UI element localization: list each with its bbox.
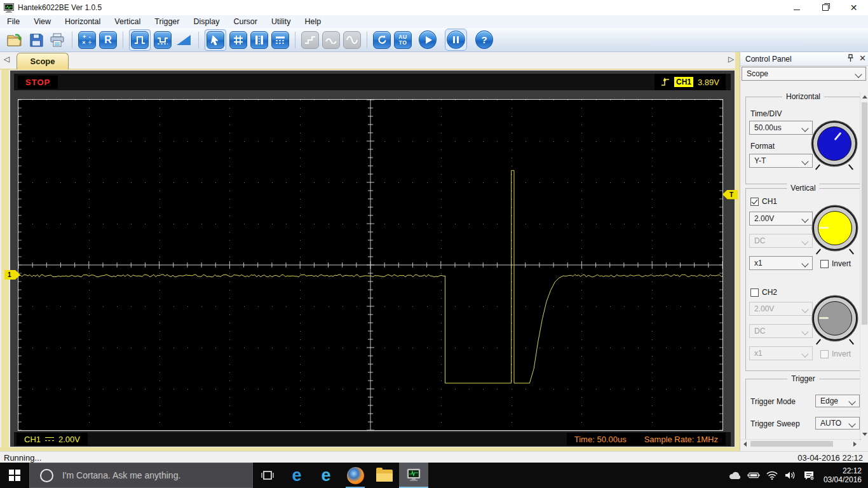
panel-close-icon[interactable]: ✕ <box>859 54 866 62</box>
restore-button[interactable] <box>811 0 839 15</box>
math-button[interactable]: + -× ÷ <box>78 31 96 49</box>
auto-button[interactable]: AUTO <box>394 31 412 49</box>
vertical-cursor-button[interactable] <box>250 31 268 49</box>
close-button[interactable]: ✕ <box>839 0 868 15</box>
timediv-select[interactable]: 50.00us <box>749 121 813 135</box>
hantek-taskbar-button[interactable] <box>399 463 428 488</box>
task-view-button[interactable] <box>253 463 282 488</box>
pause-button[interactable] <box>447 30 465 49</box>
wifi-icon[interactable] <box>766 471 778 480</box>
chevron-down-icon <box>801 158 808 165</box>
panel-mode-select[interactable]: Scope <box>742 67 866 81</box>
right-margin-strip <box>735 52 740 447</box>
action-center-icon[interactable] <box>803 470 815 480</box>
menu-help[interactable]: Help <box>298 15 329 28</box>
start-button[interactable] <box>0 463 29 488</box>
taskbar-clock[interactable]: 22:12 03/04/2016 <box>824 466 862 484</box>
horizontal-position-knob[interactable] <box>812 121 857 166</box>
edge-taskbar-button[interactable]: e <box>282 463 311 488</box>
tab-scroll-right-icon[interactable]: ▷ <box>728 55 734 64</box>
ch1-position-knob[interactable] <box>813 206 857 250</box>
pin-icon[interactable] <box>847 54 854 62</box>
menu-utility[interactable]: Utility <box>264 15 298 28</box>
format-select[interactable]: Y-T <box>749 154 813 168</box>
refresh-icon <box>377 34 388 45</box>
trigger-mode-label: Trigger Mode <box>750 397 796 406</box>
tab-scroll-left-icon[interactable]: ◁ <box>4 55 10 64</box>
pause-button-selected <box>445 29 467 51</box>
print-button[interactable] <box>48 31 66 49</box>
chevron-down-icon <box>848 420 855 427</box>
toolbar: + -× ÷ R <box>0 28 868 52</box>
cursor-select-button[interactable] <box>207 31 224 49</box>
save-button[interactable] <box>27 31 45 49</box>
start-button[interactable] <box>419 31 437 49</box>
reference-button[interactable]: R <box>99 31 117 49</box>
scope-bottom-bar: CH1 2.00V Time: 50.00us Sample Rate: 1MH… <box>14 432 731 446</box>
menu-file[interactable]: File <box>0 15 27 28</box>
ch1-volts-select[interactable]: 2.00V <box>749 212 813 226</box>
scroll-down-icon[interactable] <box>862 433 867 436</box>
channel2-wave-button[interactable] <box>154 31 172 49</box>
smooth-wave-icon <box>325 36 337 44</box>
scroll-left-icon[interactable] <box>743 442 747 447</box>
menu-display[interactable]: Display <box>186 15 226 28</box>
control-panel: Control Panel ✕ Scope Horizontal Time/DI… <box>740 52 868 451</box>
step-wave-icon <box>304 36 316 44</box>
toolbar-separator <box>72 32 72 48</box>
channel1-wave-button[interactable] <box>131 31 149 49</box>
ch2-invert-checkbox <box>820 350 829 358</box>
ch1-probe-select[interactable]: x1 <box>749 256 813 270</box>
ramp-button[interactable] <box>175 31 193 49</box>
volume-icon[interactable] <box>784 471 797 480</box>
ch2-probe-select: x1 <box>749 346 813 360</box>
scrollbar-thumb[interactable] <box>862 102 867 325</box>
horizontal-cursor-button[interactable] <box>271 31 289 49</box>
menu-horizontal[interactable]: Horizontal <box>58 15 107 28</box>
scroll-right-icon[interactable] <box>853 442 857 447</box>
grid-button[interactable] <box>229 31 247 49</box>
internet-explorer-taskbar-button[interactable]: e <box>311 463 341 488</box>
status-bar: Running... 03-04-2016 22:12 <box>0 451 868 463</box>
tab-strip: ◁ Scope ▷ <box>0 52 740 70</box>
control-panel-header: Control Panel ✕ <box>740 52 868 66</box>
trigger-sweep-select[interactable]: AUTO <box>815 417 860 430</box>
ch1-invert-label: Invert <box>832 259 851 268</box>
scrollbar-thumb[interactable] <box>750 441 833 447</box>
time-per-div: Time: 50.00us <box>574 435 627 444</box>
smooth-wave-button <box>322 31 340 49</box>
hantek-app-icon <box>406 468 421 483</box>
clock-date: 03/04/2016 <box>824 475 862 484</box>
onedrive-cloud-icon[interactable] <box>729 471 742 480</box>
grid-icon <box>233 35 243 45</box>
square-wave2-icon <box>157 36 168 44</box>
battery-icon[interactable] <box>747 471 760 479</box>
panel-horizontal-scrollbar[interactable] <box>740 439 860 448</box>
horizontal-cursors-icon <box>275 35 285 45</box>
open-button[interactable] <box>6 31 24 49</box>
menu-vertical[interactable]: Vertical <box>107 15 147 28</box>
menu-cursor[interactable]: Cursor <box>226 15 264 28</box>
ch1-checkbox[interactable] <box>750 198 759 206</box>
ch2-checkbox[interactable] <box>750 288 759 297</box>
file-explorer-taskbar-button[interactable] <box>370 463 399 488</box>
firefox-taskbar-button[interactable] <box>341 463 370 488</box>
scroll-up-icon[interactable] <box>862 95 867 98</box>
tab-scope[interactable]: Scope <box>17 53 69 69</box>
minimize-button[interactable] <box>782 0 811 15</box>
ch1-invert-checkbox[interactable] <box>820 260 829 268</box>
window-controls: ✕ <box>782 0 868 15</box>
menu-view[interactable]: View <box>27 15 58 28</box>
firefox-icon <box>347 467 364 484</box>
help-button[interactable]: ? <box>475 31 493 49</box>
panel-vertical-scrollbar[interactable] <box>860 92 868 439</box>
cortana-search-input[interactable]: I'm Cortana. Ask me anything. <box>29 463 253 488</box>
menu-bar: File View Horizontal Vertical Trigger Di… <box>0 15 868 28</box>
chevron-down-icon <box>855 71 862 78</box>
ch2-checkbox-label: CH2 <box>762 288 777 297</box>
arrow-cursor-icon <box>210 35 220 45</box>
menu-trigger[interactable]: Trigger <box>147 15 186 28</box>
trigger-mode-select[interactable]: Edge <box>815 395 860 407</box>
chevron-down-icon <box>801 238 808 245</box>
autoset-button[interactable] <box>373 31 391 49</box>
